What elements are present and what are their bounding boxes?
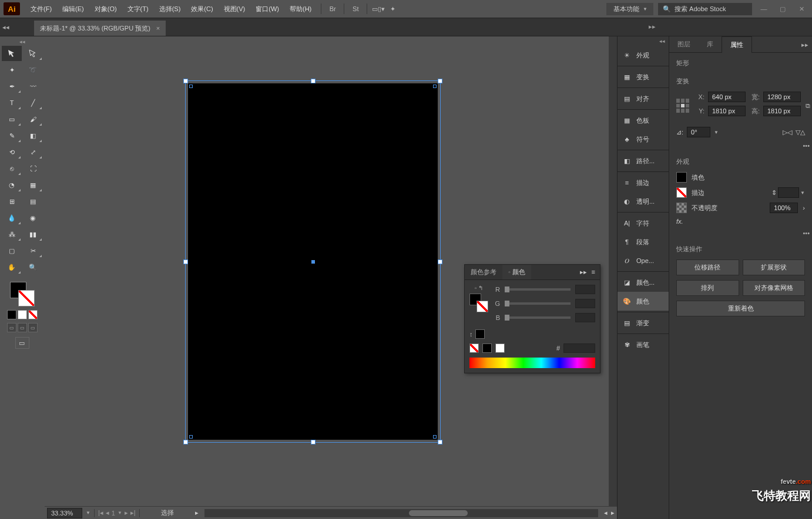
handle-right-mid[interactable] <box>438 260 442 264</box>
menu-file[interactable]: 文件(F) <box>26 2 56 16</box>
shape-builder-tool[interactable]: ◔ <box>2 177 22 193</box>
none-swatch[interactable] <box>469 343 479 353</box>
slider-g[interactable] <box>505 302 571 305</box>
stroke-color-swatch[interactable] <box>676 187 687 198</box>
next-artboard-icon[interactable]: ▸ <box>125 509 128 517</box>
stock-icon[interactable]: St <box>349 2 362 15</box>
expand-toolbar-icon[interactable]: ◂◂ <box>0 18 12 36</box>
close-button[interactable]: ✕ <box>794 3 808 15</box>
arrange-button[interactable]: 排列 <box>676 280 739 296</box>
zoom-dropdown-icon[interactable]: ▼ <box>86 510 90 515</box>
dock-color[interactable]: 🎨颜色 <box>618 292 669 311</box>
hex-input[interactable] <box>563 343 595 353</box>
none-swatch[interactable] <box>28 310 38 319</box>
magic-wand-tool[interactable]: ✦ <box>2 62 22 77</box>
angle-dropdown-icon[interactable]: ▼ <box>714 130 719 135</box>
color-spectrum[interactable] <box>469 358 595 368</box>
flip-h-icon[interactable]: ▷◁ <box>783 129 792 136</box>
swap-icon[interactable]: ↕ <box>469 331 473 338</box>
perspective-grid-tool[interactable]: ▦ <box>23 177 43 193</box>
mesh-tool[interactable]: ⊞ <box>2 194 22 209</box>
menu-view[interactable]: 视图(V) <box>219 2 250 16</box>
blend-tool[interactable]: ◉ <box>23 210 43 225</box>
prev-artboard-icon[interactable]: ◂ <box>106 509 109 517</box>
menu-effect[interactable]: 效果(C) <box>186 2 217 16</box>
stroke-stepper[interactable]: ⇕ <box>771 189 777 197</box>
menu-help[interactable]: 帮助(H) <box>285 2 316 16</box>
dock-stroke[interactable]: ≡描边 <box>618 173 669 192</box>
angle-input[interactable] <box>687 127 710 137</box>
white-swatch[interactable] <box>495 343 505 353</box>
slider-b[interactable] <box>505 316 571 319</box>
fill-stroke-proxy[interactable] <box>9 279 36 306</box>
value-g[interactable] <box>575 299 595 308</box>
link-wh-icon[interactable]: ⧉ <box>806 95 810 116</box>
dock-symbols[interactable]: ♣符号 <box>618 130 669 149</box>
dock-character[interactable]: A|字符 <box>618 214 669 232</box>
draw-behind[interactable]: ▭ <box>18 323 27 332</box>
lasso-tool[interactable]: ➰ <box>23 62 43 77</box>
w-input[interactable] <box>763 92 801 102</box>
minimize-button[interactable]: ― <box>757 3 771 15</box>
handle-bot-left[interactable] <box>183 440 188 444</box>
stroke-dropdown-icon[interactable]: ▼ <box>800 190 805 196</box>
first-artboard-icon[interactable]: |◂ <box>98 509 103 517</box>
menu-edit[interactable]: 编辑(E) <box>58 2 89 16</box>
status-menu-icon[interactable]: ▸ <box>195 509 199 517</box>
dock-swatches[interactable]: ▦色板 <box>618 111 669 130</box>
dock-color-guide[interactable]: ◪颜色... <box>618 273 669 292</box>
artboard[interactable] <box>188 83 438 440</box>
dock-gradient[interactable]: ▤渐变 <box>618 314 669 332</box>
black-swatch[interactable] <box>482 343 492 353</box>
selection-tool[interactable] <box>2 46 22 61</box>
line-tool[interactable]: ╱ <box>23 95 43 110</box>
pen-tool[interactable]: ✒ <box>2 79 22 94</box>
menu-window[interactable]: 窗口(W) <box>251 2 284 16</box>
scroll-left-icon[interactable]: ◂ <box>604 509 608 517</box>
opacity-swatch[interactable] <box>676 203 687 213</box>
tab-color-guide[interactable]: 颜色参考 <box>465 265 502 279</box>
tab-libraries[interactable]: 库 <box>699 36 722 52</box>
tab-layers[interactable]: 图层 <box>669 36 699 52</box>
dock-transparency[interactable]: ◐透明... <box>618 192 669 211</box>
tab-color[interactable]: ◦ 颜色 <box>502 265 531 279</box>
dock-expand-icon[interactable]: ◂◂ <box>618 36 669 46</box>
dock-paragraph[interactable]: ¶段落 <box>618 232 669 251</box>
opacity-input[interactable] <box>770 203 798 213</box>
zoom-input[interactable] <box>47 508 82 518</box>
eraser-tool[interactable]: ◧ <box>23 128 43 143</box>
opacity-popup-icon[interactable]: › <box>803 204 805 211</box>
handle-bot-mid[interactable] <box>311 440 316 444</box>
reference-point-icon[interactable] <box>676 99 689 113</box>
zoom-tool[interactable]: 🔍 <box>23 260 43 275</box>
workspace-dropdown[interactable]: 基本功能▼ <box>606 3 653 15</box>
direct-selection-tool[interactable] <box>23 46 43 61</box>
flip-v-icon[interactable]: ▽△ <box>796 129 805 136</box>
stroke-weight-input[interactable] <box>778 187 799 198</box>
draw-inside[interactable]: ▭ <box>28 323 38 332</box>
value-r[interactable] <box>575 285 595 294</box>
rotate-tool[interactable]: ⟲ <box>2 144 22 160</box>
menu-type[interactable]: 文字(T) <box>123 2 153 16</box>
value-b[interactable] <box>575 313 595 322</box>
horizontal-scrollbar[interactable] <box>204 509 598 517</box>
color-swatch[interactable] <box>7 310 16 319</box>
handle-top-left[interactable] <box>183 79 188 83</box>
curvature-tool[interactable]: 〰 <box>23 79 43 94</box>
screen-mode[interactable]: ▭ <box>15 337 29 349</box>
offset-path-button[interactable]: 位移路径 <box>676 260 739 275</box>
tab-properties[interactable]: 属性 <box>722 36 752 53</box>
canvas[interactable]: 颜色参考 ◦ 颜色 ▸▸ ≡ ▫ ↰ R G B ↕ <box>45 36 617 519</box>
h-input[interactable] <box>763 106 801 116</box>
menu-object[interactable]: 对象(O) <box>90 2 122 16</box>
type-tool[interactable]: T <box>2 95 22 110</box>
collapse-panels-icon[interactable]: ▸▸ <box>649 23 657 31</box>
black-swatch[interactable] <box>475 329 485 339</box>
scroll-right-icon[interactable]: ▸ <box>611 509 615 517</box>
pixel-align-button[interactable]: 对齐像素网格 <box>743 280 806 296</box>
close-tab-icon[interactable]: × <box>156 25 160 32</box>
artboard-tool[interactable]: ▢ <box>2 243 22 258</box>
maximize-button[interactable]: ▢ <box>776 3 790 15</box>
handle-left-mid[interactable] <box>183 260 188 264</box>
x-input[interactable] <box>708 92 746 102</box>
